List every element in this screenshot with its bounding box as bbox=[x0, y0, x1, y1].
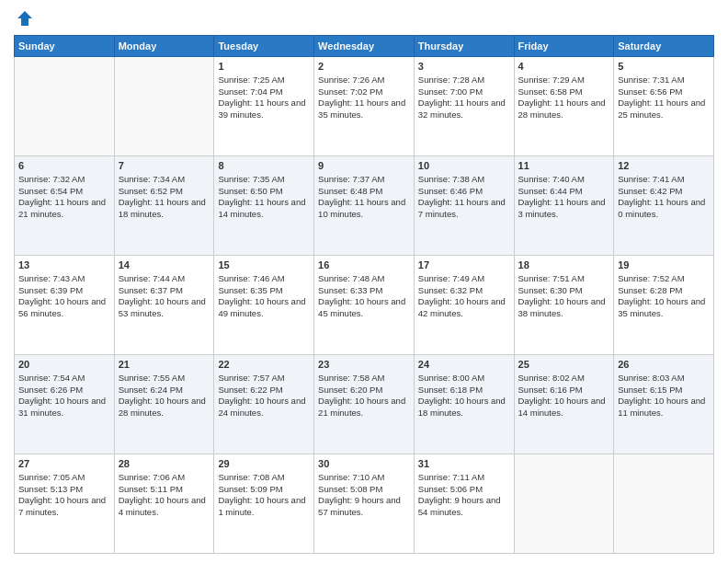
day-info: Sunrise: 7:28 AMSunset: 7:00 PMDaylight:… bbox=[418, 75, 506, 120]
day-number: 22 bbox=[218, 358, 310, 372]
day-info: Sunrise: 7:26 AMSunset: 7:02 PMDaylight:… bbox=[318, 75, 405, 120]
calendar-cell: 14Sunrise: 7:44 AMSunset: 6:37 PMDayligh… bbox=[114, 256, 214, 355]
day-info: Sunrise: 7:52 AMSunset: 6:28 PMDaylight:… bbox=[618, 273, 705, 318]
day-of-week-header: Sunday bbox=[15, 36, 115, 57]
calendar-cell: 6Sunrise: 7:32 AMSunset: 6:54 PMDaylight… bbox=[15, 156, 115, 256]
calendar-cell: 23Sunrise: 7:58 AMSunset: 6:20 PMDayligh… bbox=[314, 355, 415, 454]
header bbox=[14, 9, 714, 28]
day-number: 6 bbox=[18, 159, 110, 173]
day-info: Sunrise: 7:08 AMSunset: 5:09 PMDaylight:… bbox=[218, 472, 305, 517]
calendar-cell: 16Sunrise: 7:48 AMSunset: 6:33 PMDayligh… bbox=[314, 256, 415, 355]
day-number: 1 bbox=[218, 60, 310, 74]
day-info: Sunrise: 7:10 AMSunset: 5:08 PMDaylight:… bbox=[318, 472, 401, 517]
day-number: 13 bbox=[18, 259, 110, 272]
day-of-week-header: Friday bbox=[514, 36, 614, 57]
day-number: 31 bbox=[418, 457, 510, 471]
day-info: Sunrise: 7:51 AMSunset: 6:30 PMDaylight:… bbox=[518, 273, 606, 318]
day-info: Sunrise: 7:29 AMSunset: 6:58 PMDaylight:… bbox=[518, 75, 606, 120]
day-number: 16 bbox=[318, 259, 410, 272]
day-number: 14 bbox=[119, 259, 210, 272]
day-number: 7 bbox=[119, 159, 210, 173]
calendar-cell: 26Sunrise: 8:03 AMSunset: 6:15 PMDayligh… bbox=[614, 355, 714, 454]
day-number: 21 bbox=[119, 358, 210, 372]
day-number: 9 bbox=[318, 159, 410, 173]
day-info: Sunrise: 7:35 AMSunset: 6:50 PMDaylight:… bbox=[218, 174, 305, 219]
svg-marker-0 bbox=[17, 11, 32, 26]
day-number: 19 bbox=[618, 259, 710, 272]
day-info: Sunrise: 7:49 AMSunset: 6:32 PMDaylight:… bbox=[418, 273, 506, 318]
day-number: 12 bbox=[618, 159, 710, 173]
day-info: Sunrise: 7:31 AMSunset: 6:56 PMDaylight:… bbox=[618, 75, 705, 120]
calendar-week-row: 20Sunrise: 7:54 AMSunset: 6:26 PMDayligh… bbox=[15, 355, 714, 454]
day-info: Sunrise: 7:06 AMSunset: 5:11 PMDaylight:… bbox=[119, 472, 206, 517]
day-number: 29 bbox=[218, 457, 310, 471]
calendar-cell: 8Sunrise: 7:35 AMSunset: 6:50 PMDaylight… bbox=[214, 156, 314, 256]
day-number: 24 bbox=[418, 358, 510, 372]
day-info: Sunrise: 7:05 AMSunset: 5:13 PMDaylight:… bbox=[18, 472, 106, 517]
calendar-cell bbox=[614, 454, 714, 554]
calendar-cell: 21Sunrise: 7:55 AMSunset: 6:24 PMDayligh… bbox=[114, 355, 214, 454]
calendar-cell bbox=[114, 57, 214, 156]
day-info: Sunrise: 8:00 AMSunset: 6:18 PMDaylight:… bbox=[418, 373, 506, 418]
day-info: Sunrise: 7:41 AMSunset: 6:42 PMDaylight:… bbox=[618, 174, 705, 219]
calendar-cell: 22Sunrise: 7:57 AMSunset: 6:22 PMDayligh… bbox=[214, 355, 314, 454]
calendar-cell: 28Sunrise: 7:06 AMSunset: 5:11 PMDayligh… bbox=[114, 454, 214, 554]
day-of-week-header: Monday bbox=[114, 36, 214, 57]
day-number: 15 bbox=[218, 259, 310, 272]
calendar-cell bbox=[15, 57, 115, 156]
logo bbox=[14, 9, 34, 28]
calendar-cell: 5Sunrise: 7:31 AMSunset: 6:56 PMDaylight… bbox=[614, 57, 714, 156]
calendar-cell: 3Sunrise: 7:28 AMSunset: 7:00 PMDaylight… bbox=[414, 57, 514, 156]
calendar-cell: 10Sunrise: 7:38 AMSunset: 6:46 PMDayligh… bbox=[414, 156, 514, 256]
day-info: Sunrise: 7:32 AMSunset: 6:54 PMDaylight:… bbox=[18, 174, 106, 219]
day-info: Sunrise: 7:58 AMSunset: 6:20 PMDaylight:… bbox=[318, 373, 405, 418]
calendar-cell: 25Sunrise: 8:02 AMSunset: 6:16 PMDayligh… bbox=[514, 355, 614, 454]
calendar-week-row: 13Sunrise: 7:43 AMSunset: 6:39 PMDayligh… bbox=[15, 256, 714, 355]
calendar-header-row: SundayMondayTuesdayWednesdayThursdayFrid… bbox=[15, 36, 714, 57]
calendar-cell: 31Sunrise: 7:11 AMSunset: 5:06 PMDayligh… bbox=[414, 454, 514, 554]
calendar-cell: 29Sunrise: 7:08 AMSunset: 5:09 PMDayligh… bbox=[214, 454, 314, 554]
day-number: 27 bbox=[18, 457, 110, 471]
day-number: 30 bbox=[318, 457, 410, 471]
day-of-week-header: Tuesday bbox=[214, 36, 314, 57]
calendar-cell: 17Sunrise: 7:49 AMSunset: 6:32 PMDayligh… bbox=[414, 256, 514, 355]
calendar-cell: 1Sunrise: 7:25 AMSunset: 7:04 PMDaylight… bbox=[214, 57, 314, 156]
calendar-week-row: 27Sunrise: 7:05 AMSunset: 5:13 PMDayligh… bbox=[15, 454, 714, 554]
day-info: Sunrise: 7:54 AMSunset: 6:26 PMDaylight:… bbox=[18, 373, 106, 418]
day-number: 23 bbox=[318, 358, 410, 372]
day-info: Sunrise: 7:57 AMSunset: 6:22 PMDaylight:… bbox=[218, 373, 305, 418]
calendar-cell: 11Sunrise: 7:40 AMSunset: 6:44 PMDayligh… bbox=[514, 156, 614, 256]
day-of-week-header: Wednesday bbox=[314, 36, 415, 57]
calendar-cell: 12Sunrise: 7:41 AMSunset: 6:42 PMDayligh… bbox=[614, 156, 714, 256]
day-info: Sunrise: 7:48 AMSunset: 6:33 PMDaylight:… bbox=[318, 273, 405, 318]
calendar-week-row: 6Sunrise: 7:32 AMSunset: 6:54 PMDaylight… bbox=[15, 156, 714, 256]
day-number: 25 bbox=[518, 358, 610, 372]
day-info: Sunrise: 7:34 AMSunset: 6:52 PMDaylight:… bbox=[119, 174, 206, 219]
calendar-cell: 30Sunrise: 7:10 AMSunset: 5:08 PMDayligh… bbox=[314, 454, 415, 554]
calendar-cell: 24Sunrise: 8:00 AMSunset: 6:18 PMDayligh… bbox=[414, 355, 514, 454]
day-number: 26 bbox=[618, 358, 710, 372]
day-number: 10 bbox=[418, 159, 510, 173]
calendar-cell: 9Sunrise: 7:37 AMSunset: 6:48 PMDaylight… bbox=[314, 156, 415, 256]
calendar-cell: 27Sunrise: 7:05 AMSunset: 5:13 PMDayligh… bbox=[15, 454, 115, 554]
day-number: 11 bbox=[518, 159, 610, 173]
day-number: 2 bbox=[318, 60, 410, 74]
calendar-cell: 4Sunrise: 7:29 AMSunset: 6:58 PMDaylight… bbox=[514, 57, 614, 156]
logo-icon bbox=[16, 9, 34, 28]
calendar-cell: 19Sunrise: 7:52 AMSunset: 6:28 PMDayligh… bbox=[614, 256, 714, 355]
day-number: 17 bbox=[418, 259, 510, 272]
day-of-week-header: Thursday bbox=[414, 36, 514, 57]
calendar-cell: 13Sunrise: 7:43 AMSunset: 6:39 PMDayligh… bbox=[15, 256, 115, 355]
day-number: 4 bbox=[518, 60, 610, 74]
calendar-cell: 7Sunrise: 7:34 AMSunset: 6:52 PMDaylight… bbox=[114, 156, 214, 256]
day-number: 8 bbox=[218, 159, 310, 173]
day-number: 18 bbox=[518, 259, 610, 272]
calendar-week-row: 1Sunrise: 7:25 AMSunset: 7:04 PMDaylight… bbox=[15, 57, 714, 156]
day-number: 3 bbox=[418, 60, 510, 74]
day-number: 28 bbox=[119, 457, 210, 471]
calendar: SundayMondayTuesdayWednesdayThursdayFrid… bbox=[14, 35, 714, 554]
day-of-week-header: Saturday bbox=[614, 36, 714, 57]
day-info: Sunrise: 7:46 AMSunset: 6:35 PMDaylight:… bbox=[218, 273, 305, 318]
day-info: Sunrise: 7:43 AMSunset: 6:39 PMDaylight:… bbox=[18, 273, 106, 318]
day-info: Sunrise: 7:37 AMSunset: 6:48 PMDaylight:… bbox=[318, 174, 405, 219]
